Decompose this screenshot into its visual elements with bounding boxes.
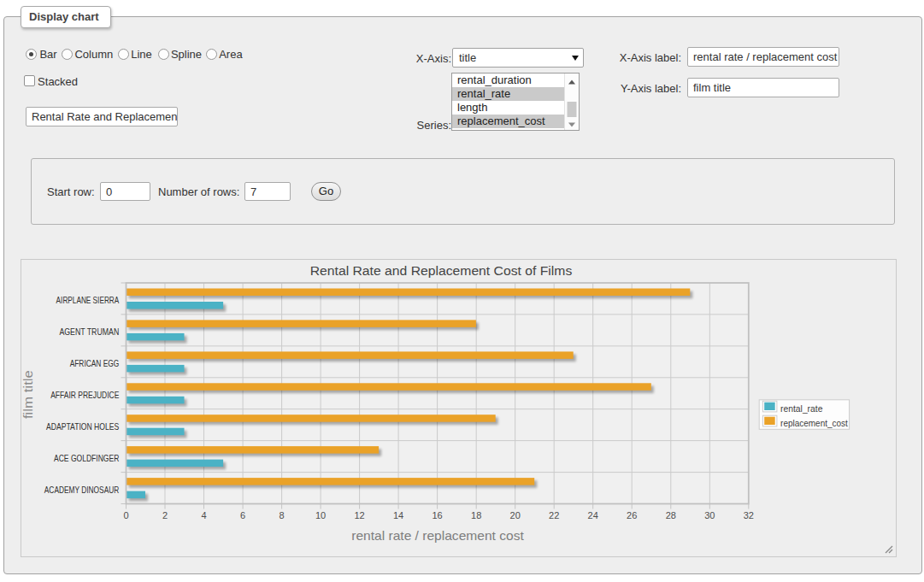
- svg-text:32: 32: [744, 510, 754, 520]
- svg-text:AFFAIR PREJUDICE: AFFAIR PREJUDICE: [50, 391, 119, 400]
- svg-text:28: 28: [666, 510, 676, 520]
- svg-text:ACADEMY DINOSAUR: ACADEMY DINOSAUR: [44, 485, 120, 495]
- svg-text:4: 4: [201, 510, 206, 520]
- svg-text:AIRPLANE SIERRA: AIRPLANE SIERRA: [56, 296, 120, 305]
- svg-text:2: 2: [162, 510, 168, 520]
- svg-text:Rental Rate and Replacement Co: Rental Rate and Replacement Cost of Film…: [310, 263, 573, 278]
- svg-text:ADAPTATION HOLES: ADAPTATION HOLES: [46, 422, 119, 432]
- svg-text:0: 0: [123, 510, 128, 520]
- svg-text:22: 22: [549, 510, 559, 520]
- svg-text:6: 6: [240, 510, 245, 520]
- svg-text:rental_rate: rental_rate: [780, 403, 822, 414]
- svg-text:14: 14: [393, 510, 403, 520]
- svg-text:AGENT TRUMAN: AGENT TRUMAN: [59, 327, 119, 337]
- svg-text:24: 24: [588, 510, 598, 520]
- svg-text:10: 10: [315, 510, 326, 520]
- svg-text:12: 12: [354, 510, 364, 520]
- svg-text:replacement_cost: replacement_cost: [780, 418, 848, 428]
- svg-text:ACE GOLDFINGER: ACE GOLDFINGER: [54, 454, 119, 463]
- svg-text:AFRICAN EGG: AFRICAN EGG: [70, 359, 120, 368]
- svg-text:16: 16: [432, 510, 442, 520]
- svg-text:26: 26: [627, 510, 637, 520]
- svg-text:20: 20: [510, 510, 521, 520]
- svg-text:rental rate / replacement cost: rental rate / replacement cost: [351, 529, 524, 543]
- svg-text:film title: film title: [21, 370, 35, 419]
- svg-text:30: 30: [704, 510, 715, 520]
- svg-text:18: 18: [471, 510, 481, 520]
- svg-text:8: 8: [280, 510, 285, 520]
